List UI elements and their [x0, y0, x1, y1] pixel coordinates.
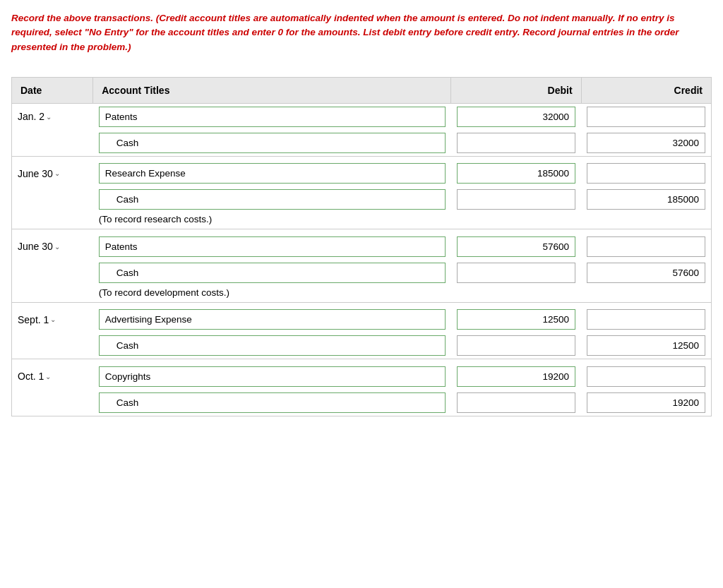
credit-input[interactable]	[587, 263, 705, 283]
date-cell: Jan. 2 ⌄	[12, 103, 93, 130]
credit-input[interactable]	[587, 133, 705, 153]
debit-cell	[451, 260, 581, 286]
journal-entry-table: Date Account Titles Debit Credit Jan. 2 …	[11, 77, 712, 416]
note-date-cell	[12, 286, 93, 303]
table-row	[12, 186, 712, 212]
account-title-input[interactable]	[99, 133, 446, 153]
header-date: Date	[12, 77, 93, 103]
debit-input[interactable]	[457, 133, 575, 153]
table-row	[12, 390, 712, 416]
debit-cell	[451, 160, 581, 186]
account-title-input[interactable]	[99, 309, 446, 330]
date-select-wrapper[interactable]: Jan. 2 ⌄	[18, 111, 88, 122]
credit-input[interactable]	[587, 392, 705, 413]
debit-input[interactable]	[457, 392, 575, 413]
debit-cell	[451, 332, 581, 359]
credit-cell	[581, 260, 711, 286]
date-cell: June 30 ⌄	[12, 234, 93, 260]
debit-input[interactable]	[457, 236, 575, 257]
debit-cell	[451, 306, 581, 332]
debit-input[interactable]	[457, 309, 575, 330]
account-title-cell	[93, 103, 451, 130]
account-title-cell	[93, 160, 451, 186]
table-row	[12, 130, 712, 157]
account-title-input[interactable]	[99, 236, 446, 257]
credit-input[interactable]	[587, 309, 705, 330]
date-value: Jan. 2	[18, 111, 44, 122]
credit-cell	[581, 103, 711, 130]
debit-input[interactable]	[457, 366, 575, 387]
account-title-cell	[93, 306, 451, 332]
debit-input[interactable]	[457, 335, 575, 356]
account-title-cell	[93, 364, 451, 390]
account-title-cell	[93, 390, 451, 416]
account-title-input[interactable]	[99, 335, 446, 356]
note-text: (To record research costs.)	[93, 212, 712, 229]
header-credit: Credit	[581, 77, 711, 103]
credit-cell	[581, 332, 711, 359]
credit-cell	[581, 130, 711, 157]
account-title-input[interactable]	[99, 107, 446, 127]
account-title-input[interactable]	[99, 163, 446, 184]
account-title-input[interactable]	[99, 392, 446, 413]
debit-input[interactable]	[457, 107, 575, 127]
date-select-wrapper[interactable]: June 30 ⌄	[18, 168, 88, 179]
credit-cell	[581, 390, 711, 416]
credit-input[interactable]	[587, 366, 705, 387]
credit-input[interactable]	[587, 189, 705, 210]
header-debit: Debit	[451, 77, 581, 103]
account-title-cell	[93, 332, 451, 359]
table-row: Sept. 1 ⌄	[12, 306, 712, 332]
credit-input[interactable]	[587, 107, 705, 127]
note-date-cell	[12, 212, 93, 229]
header-account-titles: Account Titles	[93, 77, 451, 103]
debit-input[interactable]	[457, 189, 575, 210]
chevron-down-icon: ⌄	[46, 113, 52, 121]
debit-cell	[451, 130, 581, 157]
date-value: June 30	[18, 168, 53, 179]
debit-cell	[451, 186, 581, 212]
credit-cell	[581, 160, 711, 186]
date-cell: Oct. 1 ⌄	[12, 364, 93, 390]
debit-input[interactable]	[457, 163, 575, 184]
account-title-input[interactable]	[99, 366, 446, 387]
date-cell: Sept. 1 ⌄	[12, 306, 93, 332]
date-cell	[12, 332, 93, 359]
table-row: Jan. 2 ⌄	[12, 103, 712, 130]
debit-cell	[451, 103, 581, 130]
chevron-down-icon: ⌄	[50, 316, 56, 323]
date-cell	[12, 186, 93, 212]
note-row: (To record research costs.)	[12, 212, 712, 229]
debit-input[interactable]	[457, 263, 575, 283]
date-cell: June 30 ⌄	[12, 160, 93, 186]
credit-input[interactable]	[587, 335, 705, 356]
table-row	[12, 260, 712, 286]
account-title-cell	[93, 260, 451, 286]
chevron-down-icon: ⌄	[54, 243, 60, 251]
date-cell	[12, 390, 93, 416]
instructions-block: Record the above transactions. (Credit a…	[11, 11, 712, 54]
date-cell	[12, 130, 93, 157]
table-row	[12, 332, 712, 359]
account-title-input[interactable]	[99, 189, 446, 210]
date-select-wrapper[interactable]: Oct. 1 ⌄	[18, 371, 88, 382]
debit-cell	[451, 234, 581, 260]
account-title-input[interactable]	[99, 263, 446, 283]
credit-input[interactable]	[587, 163, 705, 184]
chevron-down-icon: ⌄	[54, 169, 60, 177]
credit-cell	[581, 186, 711, 212]
credit-cell	[581, 364, 711, 390]
date-value: Oct. 1	[18, 371, 44, 382]
account-title-cell	[93, 186, 451, 212]
table-row: Oct. 1 ⌄	[12, 364, 712, 390]
table-row: June 30 ⌄	[12, 160, 712, 186]
debit-cell	[451, 364, 581, 390]
credit-input[interactable]	[587, 236, 705, 257]
date-select-wrapper[interactable]: June 30 ⌄	[18, 241, 88, 252]
credit-cell	[581, 306, 711, 332]
table-header-row: Date Account Titles Debit Credit	[12, 77, 712, 103]
date-select-wrapper[interactable]: Sept. 1 ⌄	[18, 314, 88, 325]
instructions-prefix: Record the above transactions.	[11, 13, 156, 23]
table-row: June 30 ⌄	[12, 234, 712, 260]
chevron-down-icon: ⌄	[45, 373, 51, 380]
